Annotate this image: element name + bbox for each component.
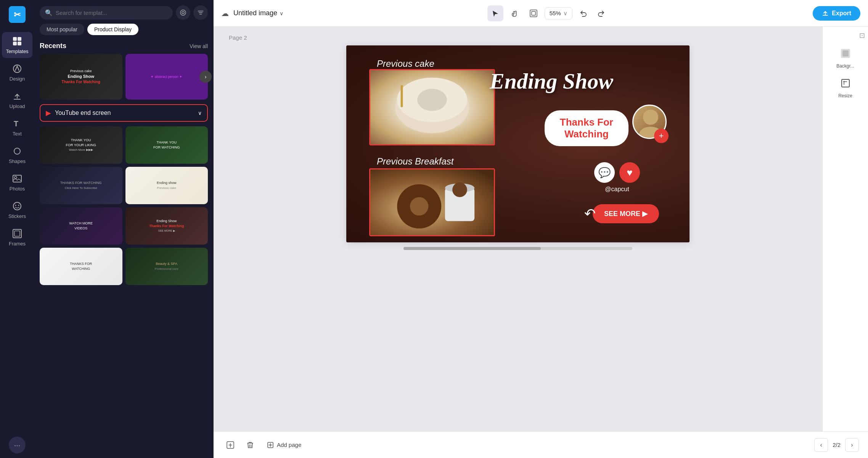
svg-rect-2 bbox=[13, 37, 17, 41]
templates-icon bbox=[12, 36, 23, 47]
page-indicator: 2/2 bbox=[833, 442, 841, 448]
sidebar-item-templates[interactable]: Templates bbox=[2, 32, 32, 58]
add-page-label: Add page bbox=[277, 442, 301, 448]
template-grid: THANK YOUFOR YOUR LIKINGWatch More ▶▶▶ T… bbox=[40, 126, 208, 285]
add-to-page-button[interactable] bbox=[223, 437, 238, 453]
sidebar-item-photos[interactable]: Photos bbox=[2, 169, 32, 195]
prev-page-icon: ‹ bbox=[820, 442, 822, 448]
delete-page-button[interactable] bbox=[243, 437, 258, 453]
view-all-link[interactable]: View all bbox=[190, 43, 208, 49]
toolbar-left: ☁ Untitled image ∨ bbox=[221, 9, 283, 18]
svg-point-14 bbox=[18, 205, 19, 206]
svg-rect-7 bbox=[14, 99, 21, 100]
template-card-2[interactable]: THANK YOUFOR WATCHING bbox=[125, 126, 208, 164]
plus-button[interactable]: + bbox=[654, 129, 669, 143]
sidebar-item-frames[interactable]: Frames bbox=[2, 224, 32, 250]
svg-rect-24 bbox=[823, 15, 828, 16]
redo-button[interactable] bbox=[593, 5, 609, 21]
resize-label: Resize bbox=[838, 93, 852, 98]
canvas-scrollbar-thumb bbox=[403, 247, 541, 250]
background-button[interactable]: Backgr... bbox=[826, 44, 865, 73]
template-card-6[interactable]: Ending Show Thanks For Watching SEE MORE… bbox=[125, 207, 208, 245]
prev-page-button[interactable]: ‹ bbox=[814, 438, 828, 452]
sidebar-item-design[interactable]: Design bbox=[2, 60, 32, 85]
svg-rect-27 bbox=[401, 85, 403, 107]
svg-point-12 bbox=[13, 202, 21, 210]
svg-point-28 bbox=[417, 89, 447, 111]
frame-tool-button[interactable] bbox=[526, 5, 542, 21]
resize-button[interactable]: Resize bbox=[826, 74, 865, 102]
sidebar: ✂ Templates Design bbox=[0, 0, 34, 458]
category-product-display[interactable]: Product Display bbox=[87, 24, 138, 35]
search-input-wrap[interactable]: 🔍 bbox=[40, 6, 173, 19]
search-bar: 🔍 bbox=[34, 0, 213, 24]
featured-card-2[interactable]: ✦ abstract person ✦ bbox=[125, 54, 208, 100]
prev-breakfast-label: Previous Breakfast bbox=[377, 156, 453, 167]
next-page-button[interactable]: › bbox=[845, 438, 859, 452]
prev-cake-label: Previous cake bbox=[377, 58, 434, 69]
ending-show-text: Ending Show bbox=[490, 68, 613, 94]
svg-rect-16 bbox=[14, 231, 20, 236]
background-icon bbox=[840, 48, 851, 61]
export-button[interactable]: Export bbox=[813, 6, 860, 21]
category-pills: Most popular Product Display bbox=[34, 24, 213, 40]
category-most-popular[interactable]: Most popular bbox=[40, 24, 84, 35]
prev-breakfast-image[interactable] bbox=[369, 168, 495, 236]
bottom-left: Add page bbox=[223, 437, 306, 453]
templates-panel: 🔍 Most popular Product Display Recents V… bbox=[34, 0, 214, 458]
svg-point-17 bbox=[180, 10, 186, 15]
toolbar-center: 55% ∨ bbox=[289, 5, 807, 21]
sidebar-item-label: Photos bbox=[10, 186, 25, 192]
featured-card-1[interactable]: Previous cake Ending Show Thanks For Wat… bbox=[40, 54, 122, 100]
social-icons-row: 💬 ♥ bbox=[594, 162, 640, 183]
add-page-button[interactable]: Add page bbox=[262, 439, 306, 452]
prev-cake-image[interactable] bbox=[369, 69, 495, 145]
zoom-control[interactable]: 55% ∨ bbox=[545, 7, 572, 19]
resize-icon bbox=[840, 78, 851, 91]
export-label: Export bbox=[832, 10, 851, 17]
bottom-right: ‹ 2/2 › bbox=[814, 438, 859, 452]
sidebar-item-label: Upload bbox=[9, 103, 25, 109]
template-card-4[interactable]: Ending showPrevious cake bbox=[125, 167, 208, 204]
select-tool-button[interactable] bbox=[487, 5, 503, 21]
template-card-3[interactable]: THANKS FOR WATCHINGClick Here To Subscri… bbox=[40, 167, 122, 204]
camera-search-button[interactable] bbox=[176, 5, 190, 20]
undo-button[interactable] bbox=[575, 5, 592, 21]
yt-selector[interactable]: ▶ YouTube end screen ∨ bbox=[40, 104, 208, 122]
see-more-button[interactable]: SEE MORE ▶ bbox=[593, 204, 659, 223]
template-card-8[interactable]: Beauty & SPAProfessional care bbox=[125, 248, 208, 285]
sidebar-more-button[interactable]: ··· bbox=[9, 437, 26, 453]
filter-button[interactable] bbox=[193, 5, 208, 20]
zoom-value: 55% bbox=[550, 10, 561, 16]
chat-bubble-icon: 💬 bbox=[594, 162, 615, 183]
template-card-1[interactable]: THANK YOUFOR YOUR LIKINGWatch More ▶▶▶ bbox=[40, 126, 122, 164]
doc-title-chevron-icon: ∨ bbox=[280, 10, 283, 16]
doc-title[interactable]: Untitled image ∨ bbox=[233, 9, 283, 17]
canvas-scrollbar[interactable] bbox=[403, 247, 632, 250]
sidebar-item-label: Stickers bbox=[8, 213, 26, 219]
sidebar-item-text[interactable]: T Text bbox=[2, 114, 32, 140]
sidebar-item-label: Text bbox=[13, 131, 22, 137]
hand-tool-button[interactable] bbox=[506, 5, 522, 21]
svg-rect-22 bbox=[530, 10, 537, 17]
yt-selector-label: YouTube end screen bbox=[55, 110, 111, 116]
doc-title-text: Untitled image bbox=[233, 9, 277, 17]
social-area: 💬 ♥ @capcut bbox=[594, 162, 640, 193]
main-content: ☁ Untitled image ∨ bbox=[214, 0, 868, 458]
upload-icon bbox=[12, 91, 23, 102]
featured-next-button[interactable]: › bbox=[199, 71, 212, 83]
expand-icon[interactable]: ⊡ bbox=[859, 31, 865, 40]
template-card-5[interactable]: WATCH MOREVIDEOS bbox=[40, 207, 122, 245]
svg-rect-37 bbox=[842, 50, 849, 56]
template-card-7[interactable]: THANKS FORWATCHING bbox=[40, 248, 122, 285]
svg-rect-10 bbox=[13, 175, 21, 182]
youtube-icon: ▶ bbox=[46, 109, 51, 117]
sidebar-item-shapes[interactable]: Shapes bbox=[2, 142, 32, 168]
search-input[interactable] bbox=[56, 10, 167, 16]
featured-row: Previous cake Ending Show Thanks For Wat… bbox=[40, 54, 208, 100]
recents-header: Recents View all bbox=[34, 40, 213, 54]
frames-icon bbox=[12, 228, 23, 239]
sidebar-item-stickers[interactable]: Stickers bbox=[2, 197, 32, 223]
sidebar-item-upload[interactable]: Upload bbox=[2, 87, 32, 113]
stickers-icon bbox=[12, 201, 23, 211]
